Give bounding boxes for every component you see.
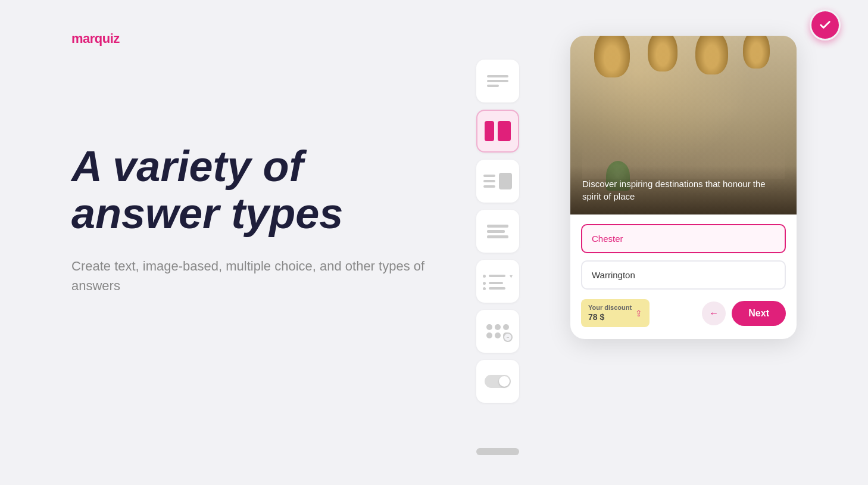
answer-option-chester[interactable]: Chester <box>581 224 786 253</box>
discount-badge: Your discount 78 $ ⇪ <box>581 299 650 327</box>
text-block-icon <box>487 225 508 238</box>
image-caption-overlay: Discover inspiring destinations that hon… <box>570 166 797 214</box>
quiz-image: Discover inspiring destinations that hon… <box>570 36 797 214</box>
back-button[interactable]: ← <box>702 301 726 325</box>
sidebar-item-list-lines[interactable]: ▾ <box>476 260 519 303</box>
next-button[interactable]: Next <box>732 301 786 326</box>
image-caption-text: Discover inspiring destinations that hon… <box>582 178 785 203</box>
lines-icon <box>487 75 508 87</box>
sidebar-item-two-rects[interactable] <box>476 110 519 153</box>
check-badge <box>810 10 841 41</box>
page-subtitle: Create text, image-based, multiple choic… <box>71 256 441 296</box>
grid-icon <box>484 322 511 341</box>
answer-option-warrington[interactable]: Warrington <box>581 260 786 290</box>
discount-amount: 78 $ <box>588 312 604 322</box>
sidebar-item-grid[interactable] <box>476 310 519 353</box>
sidebar-icons: ▾ <box>476 60 519 403</box>
answer-options: Chester Warrington <box>570 214 797 290</box>
page-title: A variety of answer types <box>71 143 441 237</box>
bottom-bar <box>476 448 519 455</box>
sidebar-item-lines-square[interactable] <box>476 160 519 203</box>
discount-label: Your discount <box>588 304 632 312</box>
toggle-icon <box>485 375 511 388</box>
nav-buttons: ← Next <box>702 301 786 326</box>
two-rectangles-icon <box>485 121 511 141</box>
list-lines-icon: ▾ <box>483 273 513 290</box>
sidebar-item-toggle[interactable] <box>476 360 519 403</box>
sidebar-item-lines[interactable] <box>476 60 519 102</box>
quiz-card: Discover inspiring destinations that hon… <box>570 36 797 339</box>
sidebar-item-text-block[interactable] <box>476 210 519 253</box>
discount-arrow-icon: ⇪ <box>635 309 642 318</box>
lines-square-icon <box>483 173 512 189</box>
quiz-footer: Your discount 78 $ ⇪ ← Next <box>570 290 797 327</box>
hero-section: A variety of answer types Create text, i… <box>71 143 441 296</box>
logo: marquiz <box>71 31 120 46</box>
